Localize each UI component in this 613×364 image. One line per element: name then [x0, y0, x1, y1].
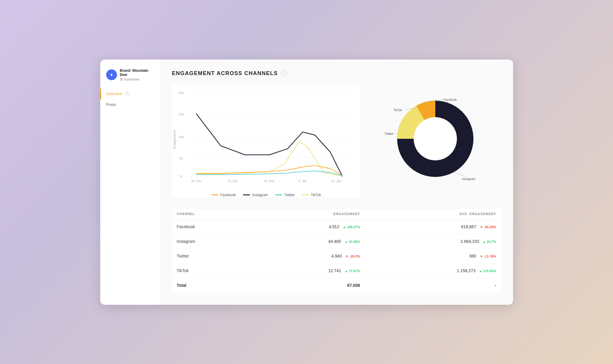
legend-twitter: Twitter: [275, 193, 295, 197]
donut-label-facebook: Facebook: [443, 98, 457, 101]
svg-text:15k: 15k: [178, 112, 184, 116]
app-container: ✦ Brand: Mountain Dew ⊞ Superbowl Overvi…: [100, 60, 513, 305]
brand-name: Brand: Mountain Dew: [120, 68, 154, 77]
layers-icon: ⊞: [120, 77, 123, 81]
table-cell-channel: Instagram: [172, 234, 239, 249]
svg-text:10k: 10k: [178, 135, 184, 138]
table-row: Instagram 44.465 ▲ 41.58% 2.964,333 ▲ 22…: [172, 234, 501, 249]
table-cell-avg: 1.158,273 ▲ 175.05%: [384, 263, 501, 278]
table-header-row: CHANNEL ENGAGEMENT AVG. ENGAGEMENT: [172, 209, 501, 220]
col-header-engagement: ENGAGEMENT: [239, 209, 384, 220]
legend-label-facebook: Facebook: [220, 193, 236, 197]
avg-badge: ▲ 175.05%: [479, 269, 496, 273]
legend-dot-twitter: [275, 194, 282, 195]
sidebar-item-posts[interactable]: Posts: [100, 99, 160, 110]
avg-badge: ▲ 22.7%: [483, 240, 496, 243]
engagement-badge: ▼ -28.3%: [345, 255, 360, 258]
total-avg: -: [384, 278, 501, 293]
svg-text:13. Jan: 13. Jan: [331, 179, 341, 183]
page-info-icon[interactable]: i: [281, 70, 287, 76]
col-header-channel: CHANNEL: [172, 209, 239, 220]
table-cell-engagement: 12.741 ▲ 77.97%: [239, 263, 384, 278]
avg-badge: ▼ -55.29%: [480, 225, 496, 229]
table-cell-avg: 2.964,333 ▲ 22.7%: [384, 234, 501, 249]
brand-header: ✦ Brand: Mountain Dew ⊞ Superbowl: [100, 66, 160, 89]
page-header: ENGAGEMENT ACROSS CHANNELS i: [172, 70, 501, 77]
brand-sub: ⊞ Superbowl: [120, 77, 154, 81]
svg-text:Engagement: Engagement: [173, 130, 176, 149]
line-chart-container: 20k 15k 10k 5k 0 Engagement: [172, 85, 361, 197]
posts-label: Posts: [106, 102, 116, 107]
table-cell-avg: 380 ▼ -11.76%: [384, 249, 501, 263]
table-cell-channel: TikTok: [172, 263, 239, 278]
legend-label-instagram: Instagram: [252, 193, 268, 197]
svg-text:6. Jan: 6. Jan: [299, 179, 307, 183]
sidebar-item-overview[interactable]: Overview ?: [100, 89, 160, 99]
legend-instagram: Instagram: [243, 193, 268, 197]
legend-facebook: Facebook: [211, 193, 236, 197]
legend-label-tiktok: TikTok: [311, 193, 321, 197]
sidebar: ✦ Brand: Mountain Dew ⊞ Superbowl Overvi…: [100, 60, 160, 305]
donut-center: [413, 117, 457, 160]
data-table: CHANNEL ENGAGEMENT AVG. ENGAGEMENT Faceb…: [172, 209, 501, 293]
svg-text:20k: 20k: [178, 91, 184, 95]
donut-label-tiktok: TikTok: [393, 109, 402, 112]
legend-tiktok: TikTok: [302, 193, 321, 197]
charts-row: 20k 15k 10k 5k 0 Engagement: [172, 85, 501, 197]
donut-chart-container: TikTok Facebook Twitter Instagram: [369, 85, 501, 193]
table-cell-avg: 818,667 ▼ -55.29%: [384, 219, 501, 234]
table-row: TikTok 12.741 ▲ 77.97% 1.158,273 ▲ 175.0…: [172, 263, 501, 278]
table-total-row: Total 67.058 -: [172, 278, 501, 293]
svg-text:0: 0: [180, 174, 182, 178]
donut-label-instagram: Instagram: [462, 177, 475, 180]
svg-text:16. Dec: 16. Dec: [191, 179, 201, 183]
legend-label-twitter: Twitter: [284, 193, 295, 197]
svg-line-19: [453, 172, 466, 176]
svg-text:23. Dec: 23. Dec: [227, 179, 238, 183]
engagement-badge: ▲ 77.97%: [345, 269, 360, 273]
overview-label: Overview: [106, 92, 122, 96]
brand-text: Brand: Mountain Dew ⊞ Superbowl: [120, 68, 154, 81]
overview-help-icon[interactable]: ?: [125, 92, 130, 96]
total-engagement: 67.058: [239, 278, 384, 293]
engagement-badge: ▲ 41.58%: [345, 240, 360, 243]
donut-chart-svg: TikTok Facebook Twitter Instagram: [384, 88, 486, 190]
table-row: Facebook 4.912 ▲ 168.27% 818,667 ▼ -55.2…: [172, 219, 501, 234]
table-cell-channel: Facebook: [172, 219, 239, 234]
line-chart-svg: 20k 15k 10k 5k 0 Engagement: [172, 85, 361, 188]
col-header-avg: AVG. ENGAGEMENT: [384, 209, 501, 220]
donut-label-twitter: Twitter: [384, 132, 394, 135]
avg-badge: ▼ -11.76%: [480, 255, 496, 258]
table-cell-channel: Twitter: [172, 249, 239, 263]
main-content: ENGAGEMENT ACROSS CHANNELS i 20k 15k 10k…: [160, 60, 513, 305]
table-cell-engagement: 4.940 ▼ -28.3%: [239, 249, 384, 263]
svg-text:5k: 5k: [179, 156, 183, 160]
sidebar-nav: Overview ? Posts: [100, 89, 160, 110]
legend-dot-instagram: [243, 194, 250, 195]
chart-legend: Facebook Instagram Twitter TikTok: [172, 193, 361, 197]
page-title: ENGAGEMENT ACROSS CHANNELS: [172, 70, 278, 77]
line-chart-svg-wrapper: 20k 15k 10k 5k 0 Engagement: [172, 85, 361, 189]
total-label: Total: [172, 278, 239, 293]
svg-text:30. Dec: 30. Dec: [264, 179, 274, 183]
table-cell-engagement: 44.465 ▲ 41.58%: [239, 234, 384, 249]
table-row: Twitter 4.940 ▼ -28.3% 380 ▼ -11.76%: [172, 249, 501, 263]
brand-icon: ✦: [106, 69, 117, 80]
legend-dot-facebook: [211, 194, 218, 195]
engagement-badge: ▲ 168.27%: [343, 225, 360, 229]
table-cell-engagement: 4.912 ▲ 168.27%: [239, 219, 384, 234]
legend-dot-tiktok: [302, 194, 309, 195]
